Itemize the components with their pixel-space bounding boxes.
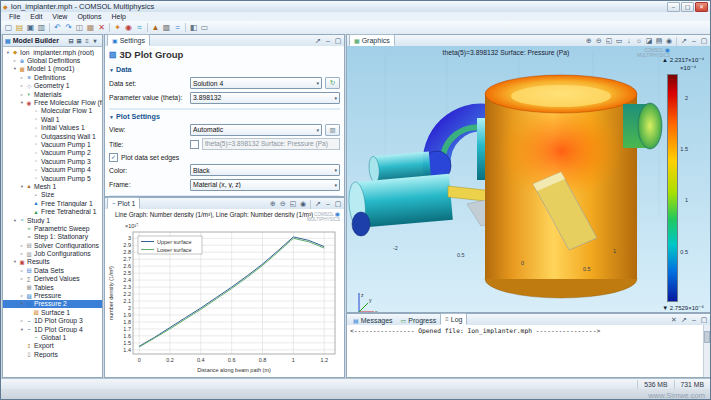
tree-item-mesh-1[interactable]: ▾▲Mesh 1 <box>3 182 102 190</box>
tree-item-1d-plot-group-3[interactable]: ▹~1D Plot Group 3 <box>3 317 102 325</box>
tree-item-initial-values-1[interactable]: ▫Initial Values 1 <box>3 124 102 132</box>
float-window-icon[interactable]: ↗ <box>679 36 689 46</box>
plot-edges-checkbox[interactable]: ✓ <box>109 153 118 162</box>
tree-item-size[interactable]: ▪Size <box>3 191 102 199</box>
tree-item-job-configurations[interactable]: ▹▥Job Configurations <box>3 249 102 257</box>
go-to-default-view-icon[interactable]: ↓ <box>624 36 634 46</box>
copy-icon[interactable]: ◫ <box>74 22 85 33</box>
paste-icon[interactable]: ▦ <box>85 22 96 33</box>
tree-item-surface-1[interactable]: ▨Surface 1 <box>3 308 102 316</box>
tree-item-results[interactable]: ▾▣Results <box>3 258 102 266</box>
tree-item-global-definitions[interactable]: ▹⊕Global Definitions <box>3 56 102 64</box>
scene-light-icon[interactable]: ☼ <box>634 36 644 46</box>
maximize-window-icon[interactable]: ▢ <box>699 315 709 325</box>
dataset-select[interactable]: Solution 4▾ <box>190 77 322 89</box>
tree-item-outgassing-wall-1[interactable]: ▫Outgassing Wall 1 <box>3 132 102 140</box>
tree-item-vacuum-pump-2[interactable]: ▫Vacuum Pump 2 <box>3 149 102 157</box>
model-tree-settings-icon[interactable]: ≡ <box>83 36 91 46</box>
undo-icon[interactable]: ↶ <box>52 22 63 33</box>
filter-icon[interactable]: ▾ <box>91 36 99 46</box>
new-icon[interactable]: ▢ <box>3 22 14 33</box>
mesh-all-icon[interactable]: ▩ <box>161 22 172 33</box>
tab-messages[interactable]: ▤Messages <box>349 315 397 325</box>
redo-icon[interactable]: ↷ <box>63 22 74 33</box>
compute-icon[interactable]: = <box>172 22 183 33</box>
float-window-icon[interactable]: ↗ <box>679 315 689 325</box>
add-physics-icon[interactable]: ◉ <box>123 22 134 33</box>
graphics-canvas[interactable]: theta(5)=3.898132 Surface: Pressure (Pa)… <box>347 46 710 312</box>
color-select[interactable]: Black▾ <box>190 164 340 176</box>
collapse-all-icon[interactable]: ⊟ <box>67 36 75 46</box>
zoom-out-icon[interactable]: ⊖ <box>278 199 288 209</box>
view-select[interactable]: Automatic▾ <box>190 124 322 136</box>
tab-settings[interactable]: ▣ Settings <box>107 34 150 46</box>
3d-scene[interactable]: z x y <box>347 46 710 312</box>
tree-item-free-molecular-flow-fmf[interactable]: ▾◉Free Molecular Flow (fmf) <box>3 98 102 106</box>
maximize-window-icon[interactable]: ▢ <box>699 36 709 46</box>
minimize-panel-icon[interactable]: – <box>323 36 333 46</box>
transparency-icon[interactable]: ◪ <box>644 36 654 46</box>
tree-item-1d-plot-group-4[interactable]: ▾~1D Plot Group 4 <box>3 325 102 333</box>
clear-log-icon[interactable]: ✕ <box>669 315 679 325</box>
zoom-extents-icon[interactable]: ◱ <box>604 36 614 46</box>
tab-log[interactable]: ≡Log <box>440 313 467 325</box>
tree-item-geometry-1[interactable]: ▹◇Geometry 1 <box>3 82 102 90</box>
delete-icon[interactable]: ✕ <box>96 22 107 33</box>
expand-all-icon[interactable]: ⊞ <box>75 36 83 46</box>
tree-item-export[interactable]: ↥Export <box>3 342 102 350</box>
menu-view[interactable]: View <box>47 13 72 20</box>
title-checkbox[interactable] <box>190 140 199 149</box>
menu-options[interactable]: Options <box>72 13 106 20</box>
tree-item-pressure-2[interactable]: ▾▧Pressure 2 <box>3 300 102 308</box>
zoom-in-icon[interactable]: ⊕ <box>584 36 594 46</box>
maximize-button[interactable]: ▢ <box>681 2 694 12</box>
maximize-panel-icon[interactable]: ▢ <box>333 36 343 46</box>
zoom-extents-icon[interactable]: ◱ <box>288 199 298 209</box>
tree-item-free-triangular-1[interactable]: ▲Free Triangular 1 <box>3 199 102 207</box>
minimize-window-icon[interactable]: – <box>689 315 699 325</box>
tree-item-parametric-sweep[interactable]: »Parametric Sweep <box>3 224 102 232</box>
tree-item-ion-implanter-mph-root[interactable]: ▾◆Ion_implanter.mph (root) <box>3 48 102 56</box>
build-all-icon[interactable]: ▲ <box>150 22 161 33</box>
minimize-window-icon[interactable]: – <box>323 199 333 209</box>
maximize-window-icon[interactable]: ▢ <box>333 199 343 209</box>
tab-progress[interactable]: ▭Progress <box>397 315 441 325</box>
tree-item-definitions[interactable]: ▹≡Definitions <box>3 73 102 81</box>
windows-icon[interactable]: ◧ <box>188 22 199 33</box>
tree-item-solver-configurations[interactable]: ▹▤Solver Configurations <box>3 241 102 249</box>
tree-item-vacuum-pump-1[interactable]: ▫Vacuum Pump 1 <box>3 140 102 148</box>
print-icon[interactable]: ▥ <box>36 22 47 33</box>
tree-item-derived-values[interactable]: ▹∑Derived Values <box>3 275 102 283</box>
tree-item-wall-1[interactable]: ▫Wall 1 <box>3 115 102 123</box>
log-scrollbar[interactable] <box>703 325 710 377</box>
data-section-header[interactable]: ▼Data <box>109 65 340 74</box>
tree-item-tables[interactable]: ▦Tables <box>3 283 102 291</box>
minimize-button[interactable]: – <box>667 2 680 12</box>
close-button[interactable]: ✕ <box>695 2 708 12</box>
tree-item-study-1[interactable]: ▾≈Study 1 <box>3 216 102 224</box>
add-study-icon[interactable]: ≈ <box>134 22 145 33</box>
float-window-icon[interactable]: ↗ <box>313 199 323 209</box>
zoom-box-icon[interactable]: ▭ <box>614 36 624 46</box>
plot-settings-header[interactable]: ▼Plot Settings <box>109 112 340 121</box>
tree-item-vacuum-pump-3[interactable]: ▫Vacuum Pump 3 <box>3 157 102 165</box>
snapshot-icon[interactable]: ◉ <box>298 199 308 209</box>
menu-file[interactable]: File <box>4 13 25 20</box>
tree-item-global-1[interactable]: ~Global 1 <box>3 333 102 341</box>
model-wizard-icon[interactable]: ✦ <box>112 22 123 33</box>
tab-graphics[interactable]: ▦ Graphics <box>349 34 395 46</box>
zoom-in-icon[interactable]: ⊕ <box>268 199 278 209</box>
open-icon[interactable]: ▤ <box>14 22 25 33</box>
tree-item-step-1-stationary[interactable]: =Step 1: Stationary <box>3 233 102 241</box>
print-icon[interactable]: ▤ <box>654 36 664 46</box>
tree-item-vacuum-pump-4[interactable]: ▫Vacuum Pump 4 <box>3 165 102 173</box>
view-options-button[interactable]: ▥ <box>325 124 340 136</box>
float-panel-icon[interactable]: ↗ <box>313 36 323 46</box>
tree-item-reports[interactable]: ▯Reports <box>3 350 102 358</box>
section-color-legend[interactable]: ▶Color Legend <box>109 195 340 197</box>
menu-help[interactable]: Help <box>107 13 131 20</box>
tree-item-model-1-mod1[interactable]: ▾▦Model 1 (mod1) <box>3 65 102 73</box>
tree-item-vacuum-pump-5[interactable]: ▫Vacuum Pump 5 <box>3 174 102 182</box>
minimize-window-icon[interactable]: – <box>689 36 699 46</box>
tree-item-molecular-flow-1[interactable]: ▫Molecular Flow 1 <box>3 107 102 115</box>
